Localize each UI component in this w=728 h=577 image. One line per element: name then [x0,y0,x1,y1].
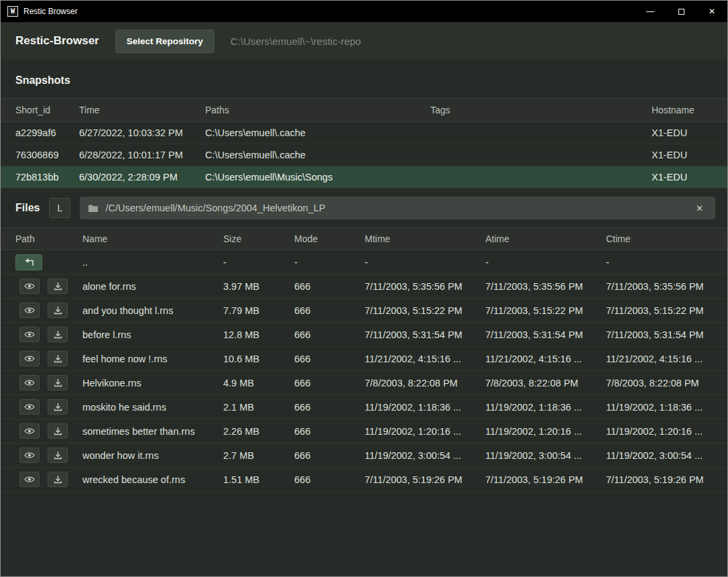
column-header-hostname: Hostname [652,105,727,115]
file-mtime: 11/19/2002, 1:20:16 ... [365,426,485,437]
preview-button[interactable] [19,375,40,390]
file-row[interactable]: moskito he said.rns 2.1 MB 666 11/19/200… [1,395,727,419]
minimize-button[interactable]: — [635,1,666,22]
folder-icon [88,204,99,213]
select-repository-button[interactable]: Select Repository [115,30,215,53]
window-title: Restic Browser [23,7,78,16]
file-row[interactable]: wrecked because of.rns 1.51 MB 666 7/11/… [1,468,727,492]
file-row[interactable]: Helvikone.rns 4.9 MB 666 7/8/2003, 8:22:… [1,371,727,395]
preview-button[interactable] [19,303,40,318]
column-header-short-id: Short_id [15,105,79,115]
download-button[interactable] [48,399,68,415]
file-atime: 7/11/2003, 5:19:26 PM [485,474,606,485]
file-atime: 7/8/2003, 8:22:08 PM [485,378,606,388]
file-name: Helvikone.rns [82,378,223,388]
snapshot-hostname: X1-EDU [652,172,727,182]
file-mode: 666 [294,305,365,316]
file-row[interactable]: sometimes better than.rns 2.26 MB 666 11… [1,419,727,443]
download-button[interactable] [48,351,68,366]
file-name: .. [82,257,223,268]
go-up-button[interactable] [15,254,42,270]
snapshot-paths: C:\Users\emuell\.cache [205,127,430,138]
file-mode: 666 [294,402,365,413]
file-mode: 666 [294,378,365,388]
file-actions [15,375,82,390]
preview-button[interactable] [19,472,40,487]
file-size: 2.1 MB [223,402,294,413]
snapshot-paths: C:\Users\emuell\.cache [205,150,430,160]
download-button[interactable] [48,448,68,463]
preview-button[interactable] [19,399,40,415]
download-icon [54,427,62,435]
files-title: Files [15,202,40,214]
preview-button[interactable] [19,448,40,463]
eye-icon [24,355,35,362]
file-ctime: 7/11/2003, 5:35:56 PM [606,281,727,292]
file-ctime: 11/19/2002, 3:00:54 ... [606,450,727,461]
column-header-tags: Tags [430,105,652,115]
maximize-button[interactable] [666,1,696,22]
file-mtime: 11/19/2002, 1:18:36 ... [365,402,485,413]
parent-dir-row[interactable]: .. - - - - - [1,250,727,274]
file-row[interactable]: before l.rns 12.8 MB 666 7/11/2003, 5:31… [1,323,727,347]
file-actions [15,327,82,342]
file-mode: 666 [294,474,365,485]
file-row[interactable]: wonder how it.rns 2.7 MB 666 11/19/2002,… [1,443,727,468]
column-header-path: Path [15,233,82,244]
file-atime: 11/19/2002, 3:00:54 ... [485,450,606,461]
eye-icon [24,379,35,386]
snapshot-row-selected[interactable]: 72b813bb 6/30/2022, 2:28:09 PM C:\Users\… [1,166,727,189]
clear-path-button[interactable]: ✕ [692,201,707,216]
file-actions [15,278,82,294]
download-icon [54,475,62,484]
current-path-bar[interactable]: /C/Users/emuell/Music/Songs/2004_Helveti… [80,197,715,219]
download-button[interactable] [48,303,68,318]
file-ctime: 7/11/2003, 5:15:22 PM [606,305,727,316]
tree-toggle-button[interactable]: L [49,198,70,218]
preview-button[interactable] [19,423,40,439]
file-size: - [223,257,294,268]
file-mtime: 7/11/2003, 5:35:56 PM [365,281,485,292]
file-mtime: 7/11/2003, 5:19:26 PM [365,474,485,485]
file-mode: 666 [294,450,365,461]
snapshot-time: 6/27/2022, 10:03:32 PM [79,127,205,138]
file-mtime: 11/19/2002, 3:00:54 ... [365,450,485,461]
download-icon [54,282,62,291]
eye-icon [24,331,35,338]
file-atime: 11/19/2002, 1:20:16 ... [485,426,606,437]
repository-path: C:\Users\emuell\~\restic-repo [231,36,361,47]
file-mtime: 7/11/2003, 5:15:22 PM [365,305,485,316]
eye-icon [24,476,35,483]
file-name: alone for.rns [82,281,223,292]
preview-button[interactable] [19,351,40,366]
file-size: 12.8 MB [223,329,294,340]
snapshot-row[interactable]: 76306869 6/28/2022, 10:01:17 PM C:\Users… [1,144,727,166]
file-row[interactable]: and you thought l.rns 7.79 MB 666 7/11/2… [1,299,727,323]
file-size: 2.7 MB [223,450,294,461]
file-name: before l.rns [82,329,223,340]
file-mtime: 7/8/2003, 8:22:08 PM [365,378,485,388]
maximize-icon [678,9,684,15]
download-button[interactable] [48,278,68,294]
download-button[interactable] [48,472,68,487]
close-icon: ✕ [709,7,715,16]
file-row[interactable]: feel home now !.rns 10.6 MB 666 11/21/20… [1,347,727,371]
close-button[interactable]: ✕ [696,1,727,22]
file-actions [15,472,82,487]
file-atime: 7/11/2003, 5:15:22 PM [485,305,606,316]
snapshots-table-header: Short_id Time Paths Tags Hostname [1,98,727,122]
download-button[interactable] [48,423,68,439]
file-name: wrecked because of.rns [82,474,223,485]
download-button[interactable] [48,375,68,390]
preview-button[interactable] [19,278,40,294]
file-mtime: 11/21/2002, 4:15:16 ... [365,354,485,364]
eye-icon [24,403,35,411]
app-logo-icon: W [7,6,18,17]
column-header-size: Size [223,233,294,244]
preview-button[interactable] [19,327,40,342]
file-row[interactable]: alone for.rns 3.97 MB 666 7/11/2003, 5:3… [1,274,727,299]
snapshot-row[interactable]: a2299af6 6/27/2022, 10:03:32 PM C:\Users… [1,122,727,144]
snapshot-paths: C:\Users\emuell\Music\Songs [205,172,430,182]
file-atime: 11/21/2002, 4:15:16 ... [485,354,606,364]
download-button[interactable] [48,327,68,342]
